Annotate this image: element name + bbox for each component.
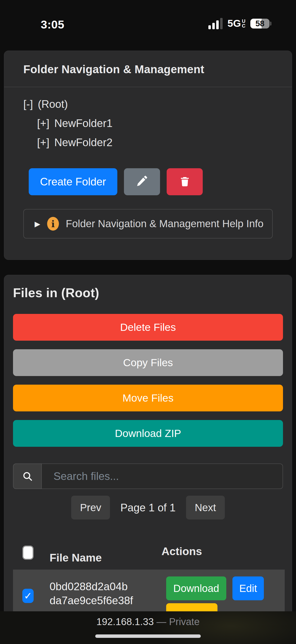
pagination: Prev Page 1 of 1 Next [13,496,283,520]
files-card: Files in (Root) Delete Files Copy Files … [4,275,292,644]
disclosure-triangle-icon: ▶ [35,220,40,228]
tree-item-root[interactable]: [-] (Root) [23,94,273,114]
tree-item-label[interactable]: (Root) [38,98,68,110]
search-icon [13,464,42,489]
prev-page-button[interactable]: Prev [71,496,110,520]
files-card-title: Files in (Root) [13,286,283,300]
network-badge: U C [242,19,246,28]
folder-action-buttons: Create Folder [29,168,273,195]
file-table-header: File Name Actions [13,541,283,570]
pencil-icon [135,175,149,189]
iphone-screen: 3:05 5G U C 58 Folder Na [0,0,296,644]
expand-toggle-icon[interactable]: [+] [37,117,49,130]
help-summary-label: Folder Navigation & Management Help Info [66,218,263,230]
select-all-checkbox[interactable] [22,546,34,560]
battery-percent: 58 [250,19,270,28]
edit-file-button[interactable]: Edit [233,576,264,600]
battery-icon: 58 [250,19,270,28]
battery-cap [270,22,272,26]
create-folder-button[interactable]: Create Folder [29,168,117,195]
address-bar[interactable]: 192.168.1.33 — Private [0,616,296,627]
checkmark-icon: ✓ [24,590,32,602]
search-input[interactable] [42,464,283,489]
network-indicator: 5G U C [228,18,246,29]
tree-item-newfolder1[interactable]: [+] NewFolder1 [23,114,273,133]
folder-card-title: Folder Navigation & Management [23,63,273,76]
folder-card-header: Folder Navigation & Management [4,51,292,87]
next-page-button[interactable]: Next [186,496,225,520]
move-files-button[interactable]: Move Files [13,385,283,412]
copy-files-button[interactable]: Copy Files [13,349,283,376]
download-file-button[interactable]: Download [166,576,226,600]
folder-card-body: [-] (Root) [+] NewFolder1 [+] NewFolder2… [4,87,292,238]
column-header-file-name: File Name [49,552,102,564]
rename-folder-button[interactable] [124,168,160,195]
column-header-actions: Actions [162,545,202,558]
privacy-label: Private [169,616,200,627]
site-address[interactable]: 192.168.1.33 [96,616,154,627]
tree-item-label[interactable]: NewFolder2 [54,136,112,148]
file-search [13,464,283,489]
file-name: 0bd0288d2a04b da7ae9ce5f6e38f [49,580,133,608]
expand-toggle-icon[interactable]: [+] [37,136,49,148]
download-zip-button[interactable]: Download ZIP [13,420,283,447]
browser-bottom-bar: 192.168.1.33 — Private [0,611,296,644]
tree-item-newfolder2[interactable]: [+] NewFolder2 [23,133,273,152]
status-bar: 3:05 5G U C 58 [0,0,296,32]
help-info-disclosure[interactable]: ▶ i Folder Navigation & Management Help … [23,209,273,238]
folder-tree: [-] (Root) [+] NewFolder1 [+] NewFolder2 [23,94,273,152]
status-icons: 5G U C 58 [208,18,272,29]
delete-folder-button[interactable] [167,168,203,195]
tree-item-label[interactable]: NewFolder1 [54,117,112,130]
home-indicator[interactable] [95,634,201,638]
clock: 3:05 [41,18,64,31]
address-separator: — [157,616,166,627]
cellular-signal-icon [208,18,223,29]
row-checkbox-checked[interactable]: ✓ [22,589,34,603]
info-icon: i [47,217,59,231]
collapse-toggle-icon[interactable]: [-] [23,98,33,110]
battery-indicator: 58 [250,19,272,28]
folder-management-card: Folder Navigation & Management [-] (Root… [4,50,292,260]
delete-files-button[interactable]: Delete Files [13,314,283,341]
trash-icon [179,176,191,188]
network-type-label: 5G [228,18,241,29]
page-status-label: Page 1 of 1 [120,502,176,514]
